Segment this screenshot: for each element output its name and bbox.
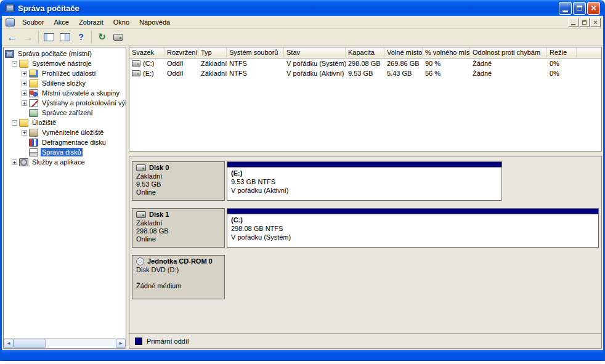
menu-akce[interactable]: Akce [49,17,73,28]
collapse-icon[interactable]: - [12,120,17,126]
volume-cell-text: 0% [550,60,559,67]
partition-e[interactable]: (E:)9.53 GB NTFSV pořádku (Aktivní) [227,161,502,201]
back-button[interactable]: ← [4,30,20,44]
two-pane-view-button[interactable] [57,30,73,44]
tree-item-label: Místní uživatelé a skupiny [41,89,121,97]
tree-item-spravce-zarizeni[interactable]: Správce zařízení [4,108,126,118]
column-header-typ[interactable]: Typ [198,47,227,59]
column-header-kapacita[interactable]: Kapacita [346,47,384,59]
tree-item-mistni-uzivatele-a-skupiny[interactable]: +Místní uživatelé a skupiny [4,88,126,98]
tree-item-sluzby-a-aplikace[interactable]: +Služby a aplikace [4,157,126,167]
volume-cell-text: NTFS [229,70,247,77]
console-tree: Správa počítače (místní)-Systémové nástr… [4,47,126,338]
partition-color-band [227,209,598,214]
mdi-window-buttons: × [568,18,602,27]
volume-list: SvazekRozvrženíTypSystém souborůStavKapa… [129,47,602,152]
disk-row-jednotka-cd-rom-0: Jednotka CD-ROM 0Disk DVD (D:) Žádné méd… [132,255,599,299]
column-header-rezie[interactable]: Režie [547,47,577,59]
volume-row-c[interactable]: (C:)OddílZákladníNTFSV pořádku (Systém)2… [129,59,601,68]
disk-info-disk-0[interactable]: Disk 0Základní9.53 GBOnline [132,161,225,201]
mdi-restore-button[interactable] [579,18,590,27]
tree-horizontal-scrollbar[interactable]: ◄ ► [4,338,126,348]
horizontal-splitter[interactable] [129,152,602,156]
disk-icon [136,211,146,218]
column-header-svazek[interactable]: Svazek [129,47,164,59]
tree-item-defragmentace-disku[interactable]: Defragmentace disku [4,137,126,147]
tree-item-vystrahy-a-protokolovani-vyk[interactable]: +Výstrahy a protokolování výk [4,98,126,108]
menu-soubor[interactable]: Soubor [17,17,49,28]
volume-icon [132,60,140,67]
partition-label: (E:) [231,169,498,177]
column-header-rozvrzeni[interactable]: Rozvržení [164,47,198,59]
refresh-icon: ↻ [98,31,106,42]
disk-name: Jednotka CD-ROM 0 [147,257,213,265]
tree-item-sprava-pocitace-mistni[interactable]: Správa počítače (místní) [4,49,126,59]
tree-item-label: Prohlížeč událostí [41,69,97,78]
maximize-button[interactable] [573,2,586,15]
column-header-odolnost-proti-chybam[interactable]: Odolnost proti chybám [470,47,547,59]
volume-row-e[interactable]: (E:)OddílZákladníNTFSV pořádku (Aktivní)… [129,68,601,78]
tree-item-vymenitelne-uloziste[interactable]: +Vyměnitelné úložiště [4,127,126,137]
show-hide-tree-button[interactable] [41,30,57,44]
legend-label: Primární oddíl [147,338,189,345]
tree-item-label: Sdílené složky [41,79,87,87]
tree-item-uloziste[interactable]: -Úložiště [4,118,126,127]
volume-cell-text: 56 % [425,70,441,77]
disk-detail [136,274,221,282]
volume-cell: 90 % [423,59,470,68]
tree-item-sprava-disku[interactable]: Správa disků [4,147,126,157]
refresh-button[interactable]: ↻ [94,30,110,44]
expand-icon[interactable]: + [22,81,27,86]
close-icon: × [593,19,597,26]
volume-cell: Základní [198,59,227,68]
expand-icon[interactable]: + [22,91,27,96]
rescan-disks-button[interactable] [110,30,126,44]
tree-item-sdilene-slozky[interactable]: +Sdílené složky [4,78,126,88]
scroll-left-button[interactable]: ◄ [4,339,14,348]
expand-icon[interactable]: + [12,160,17,165]
collapse-icon[interactable]: - [12,61,17,67]
column-header-stav[interactable]: Stav [284,47,346,59]
mdi-close-button[interactable]: × [590,18,601,27]
minimize-icon [562,10,568,12]
volume-cell: Základní [198,68,227,78]
device-manager-icon [29,109,38,117]
disk-info-jednotka-cd-rom-0[interactable]: Jednotka CD-ROM 0Disk DVD (D:) Žádné méd… [132,255,225,299]
help-button[interactable]: ? [73,30,89,44]
minimize-button[interactable] [559,2,572,15]
close-button[interactable]: × [587,2,600,15]
legend-bar: Primární oddíl [129,333,601,348]
volume-cell-text: Základní [201,60,227,67]
menu-napoveda[interactable]: Nápověda [134,17,175,28]
scrollbar-track[interactable] [14,339,116,348]
volume-cell-text: 0% [550,70,559,77]
scroll-right-button[interactable]: ► [116,339,126,348]
scrollbar-thumb[interactable] [14,339,46,348]
expand-icon[interactable]: + [22,100,27,106]
column-header-system-souboru[interactable]: Systém souborů [227,47,284,59]
tree-item-systemove-nastroje[interactable]: -Systémové nástroje [4,59,126,68]
partition-label: (C:) [231,216,595,224]
volume-cell: (C:) [129,59,164,68]
disk-info-disk-1[interactable]: Disk 1Základní298.08 GBOnline [132,208,225,248]
expand-icon[interactable]: + [22,130,27,135]
volume-list-header: SvazekRozvrženíTypSystém souborůStavKapa… [129,47,601,59]
partition-c[interactable]: (C:)298.08 GB NTFSV pořádku (Systém) [227,208,599,248]
volume-cell: Žádné [470,59,547,68]
computer-icon [5,50,14,58]
expand-icon[interactable]: + [22,71,27,76]
volume-cell: Oddíl [164,68,198,78]
volume-cell-text: (E:) [143,70,154,77]
volume-cell-text: Žádné [473,60,492,67]
menu-zobrazit[interactable]: Zobrazit [74,17,108,28]
mdi-minimize-button[interactable] [568,18,579,27]
menu-okno[interactable]: Okno [108,17,134,28]
console-window-icon[interactable] [6,18,15,26]
tree-item-prohlizec-udalosti[interactable]: +Prohlížeč událostí [4,68,126,78]
forward-button[interactable]: → [20,30,36,44]
disk-title: Disk 0 [136,164,221,172]
column-header-volne-misto[interactable]: Volné místo [384,47,423,59]
titlebar[interactable]: Správa počítače × [2,0,603,16]
tree-item-label: Správa počítače (místní) [17,49,93,58]
column-header-volneho-mista[interactable]: % volného místa [423,47,470,59]
